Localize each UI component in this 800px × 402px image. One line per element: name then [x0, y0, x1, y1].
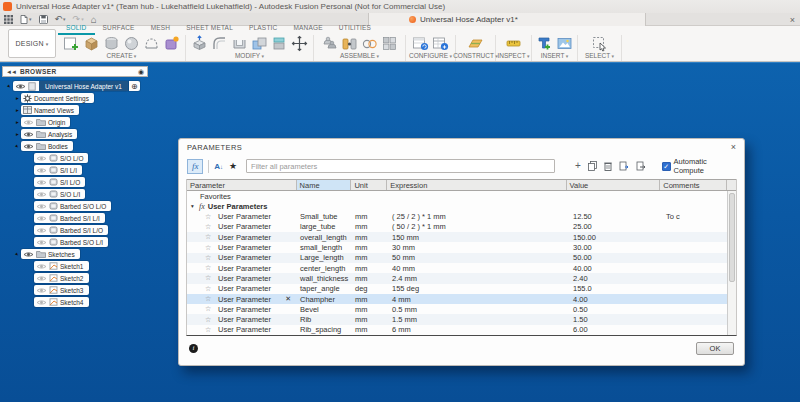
- configuration-table-icon[interactable]: [432, 35, 449, 52]
- ribbon-group-label[interactable]: CONFIGURE: [409, 52, 452, 61]
- favorite-star-icon[interactable]: ☆: [205, 233, 218, 241]
- auto-compute-toggle[interactable]: ✓ Automatic Compute: [662, 157, 736, 175]
- as-built-joint-icon[interactable]: [361, 35, 378, 52]
- ribbon-group-label[interactable]: INSERT: [541, 52, 569, 61]
- browser-item-barbed-s-i-l-i[interactable]: Barbed S/I L/I: [2, 213, 140, 223]
- redo-icon[interactable]: ↷▾: [73, 15, 84, 24]
- configuration-icon[interactable]: [412, 35, 429, 52]
- eye-icon[interactable]: [36, 215, 47, 222]
- loft-icon[interactable]: [143, 35, 160, 52]
- shell-icon[interactable]: [231, 35, 248, 52]
- construct-plane-icon[interactable]: [467, 35, 484, 52]
- eye-icon[interactable]: [36, 287, 47, 294]
- parameter-expression[interactable]: 0.5 mm: [388, 304, 568, 314]
- combine-icon[interactable]: [251, 35, 268, 52]
- parameter-unit[interactable]: mm: [352, 294, 388, 304]
- vertical-scrollbar[interactable]: [727, 191, 736, 335]
- export-parameters-icon[interactable]: [636, 161, 646, 171]
- browser-item-analysis[interactable]: ▸Analysis: [2, 129, 140, 139]
- eye-icon[interactable]: [36, 191, 47, 198]
- scrollbar-thumb[interactable]: [729, 193, 735, 282]
- dialog-title-bar[interactable]: PARAMETERS ×: [179, 139, 744, 155]
- browser-item-document-settings[interactable]: ▸Document Settings: [2, 93, 140, 103]
- sort-icon[interactable]: A↓: [214, 162, 223, 171]
- parameter-name[interactable]: large_tube: [297, 222, 352, 232]
- browser-item-s-o-l-i[interactable]: S/O L/I: [2, 189, 140, 199]
- parameter-unit[interactable]: mm: [352, 253, 388, 263]
- parameter-name[interactable]: center_length: [297, 263, 352, 273]
- parameter-row-center-length[interactable]: ☆User Parametercenter_lengthmm40 mm40.00: [187, 263, 736, 273]
- favorite-star-icon[interactable]: ☆: [205, 326, 218, 334]
- eye-icon[interactable]: [23, 131, 34, 138]
- insert-mcmaster-icon[interactable]: [536, 35, 553, 52]
- eye-icon[interactable]: [36, 203, 47, 210]
- expand-arrow-icon[interactable]: ▸: [14, 131, 21, 137]
- parameter-name[interactable]: Large_length: [297, 253, 352, 263]
- ribbon-group-label[interactable]: ASSEMBLE: [340, 52, 379, 61]
- filter-input[interactable]: [246, 159, 555, 173]
- parameter-row-rib[interactable]: ☆User ParameterRibmm1.5 mm1.50: [187, 314, 736, 324]
- parameter-value[interactable]: 155.0: [568, 284, 662, 294]
- delete-parameter-x-icon[interactable]: ✕: [285, 295, 291, 303]
- parameter-row-bevel[interactable]: ☆User ParameterBevelmm0.5 mm0.50: [187, 304, 736, 314]
- parameter-comment[interactable]: To c: [662, 212, 729, 222]
- parameter-row-taper-angle[interactable]: ☆User Parametertaper_angledeg155 deg155.…: [187, 284, 736, 294]
- eye-icon[interactable]: [36, 167, 47, 174]
- parameter-expression[interactable]: 1.5 mm: [388, 314, 568, 324]
- file-menu-icon[interactable]: ▾: [20, 15, 32, 24]
- parameter-comment[interactable]: [662, 232, 729, 242]
- dialog-close-icon[interactable]: ×: [731, 143, 736, 152]
- add-parameter-icon[interactable]: +: [575, 161, 581, 171]
- favorite-star-icon[interactable]: ☆: [205, 274, 218, 282]
- parameter-name[interactable]: overall_length: [297, 232, 352, 242]
- parameter-name[interactable]: taper_angle: [297, 284, 352, 294]
- expand-arrow-icon[interactable]: ▸: [14, 95, 21, 101]
- model-canvas[interactable]: ◄◄ BROWSER ◉ ▸Universal Hose Adapter v1⊕…: [0, 62, 800, 402]
- tab-close-icon[interactable]: ×: [790, 13, 795, 26]
- eye-icon[interactable]: [36, 275, 47, 282]
- parameter-expression[interactable]: 4 mm: [388, 294, 568, 304]
- document-tab[interactable]: Universal Hose Adapter v1*: [368, 13, 646, 26]
- column-header-parameter[interactable]: Parameter: [187, 180, 297, 190]
- display-settings-icon[interactable]: ◉: [138, 68, 144, 76]
- checkbox-checked-icon[interactable]: ✓: [662, 162, 671, 171]
- eye-icon[interactable]: [36, 299, 47, 306]
- eye-icon[interactable]: [36, 179, 47, 186]
- parameter-expression[interactable]: 50 mm: [388, 253, 568, 263]
- design-menu-button[interactable]: DESIGN▾: [8, 29, 56, 58]
- column-header-value[interactable]: Value: [567, 180, 661, 190]
- browser-item-named-views[interactable]: ▸Named Views: [2, 105, 140, 115]
- browser-item-s-i-l-i[interactable]: S/I L/I: [2, 165, 140, 175]
- parameter-row-rib-spacing[interactable]: ☆User ParameterRib_spacingmm6 mm6.00: [187, 325, 736, 335]
- new-component-icon[interactable]: [321, 35, 338, 52]
- parameter-value[interactable]: 150.00: [568, 232, 662, 242]
- parameter-unit[interactable]: mm: [352, 222, 388, 232]
- info-icon[interactable]: i: [189, 344, 198, 353]
- favorite-star-icon[interactable]: ☆: [205, 213, 218, 221]
- parameter-comment[interactable]: [662, 294, 729, 304]
- import-parameters-icon[interactable]: [619, 161, 629, 171]
- parameter-unit[interactable]: mm: [352, 242, 388, 252]
- parameter-row-wall-thickness[interactable]: ☆User Parameterwall_thicknessmm2.4 mm2.4…: [187, 273, 736, 283]
- create-sketch-icon[interactable]: [63, 35, 80, 52]
- parameter-name[interactable]: Rib: [297, 314, 352, 324]
- create-form-icon[interactable]: [163, 35, 180, 52]
- favorite-star-icon[interactable]: ☆: [205, 316, 218, 324]
- sweep-icon[interactable]: [123, 35, 140, 52]
- ribbon-tab-solid[interactable]: SOLID: [58, 24, 95, 35]
- eye-icon[interactable]: [36, 227, 47, 234]
- parameter-value[interactable]: 50.00: [568, 253, 662, 263]
- parameter-comment[interactable]: [662, 253, 729, 263]
- browser-item-sketch4[interactable]: Sketch4: [2, 297, 140, 307]
- parameter-value[interactable]: 40.00: [568, 263, 662, 273]
- browser-item-s-i-l-o[interactable]: S/I L/O: [2, 177, 140, 187]
- browser-item-sketches[interactable]: ▸Sketches: [2, 249, 140, 259]
- fillet-icon[interactable]: [211, 35, 228, 52]
- user-parameters-group-row[interactable]: ▾fxUser Parameters: [187, 201, 736, 212]
- column-header-unit[interactable]: Unit: [351, 180, 387, 190]
- expand-arrow-icon[interactable]: ▸: [14, 119, 21, 125]
- favorite-star-icon[interactable]: ☆: [205, 264, 218, 272]
- parameter-name[interactable]: small_length: [297, 242, 352, 252]
- column-header-comments[interactable]: Comments: [660, 180, 727, 190]
- parameter-value[interactable]: 25.00: [568, 222, 662, 232]
